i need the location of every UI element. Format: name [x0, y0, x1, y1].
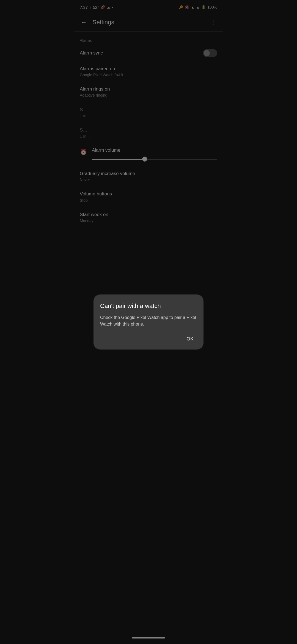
dialog-ok-button[interactable]: OK [183, 334, 197, 344]
dialog-overlay: Can't pair with a watch Check the Google… [74, 0, 223, 644]
dialog-message: Check the Google Pixel Watch app to pair… [100, 314, 197, 328]
cant-pair-dialog: Can't pair with a watch Check the Google… [94, 294, 204, 350]
dialog-actions: OK [100, 334, 197, 344]
dialog-title: Can't pair with a watch [100, 302, 197, 310]
